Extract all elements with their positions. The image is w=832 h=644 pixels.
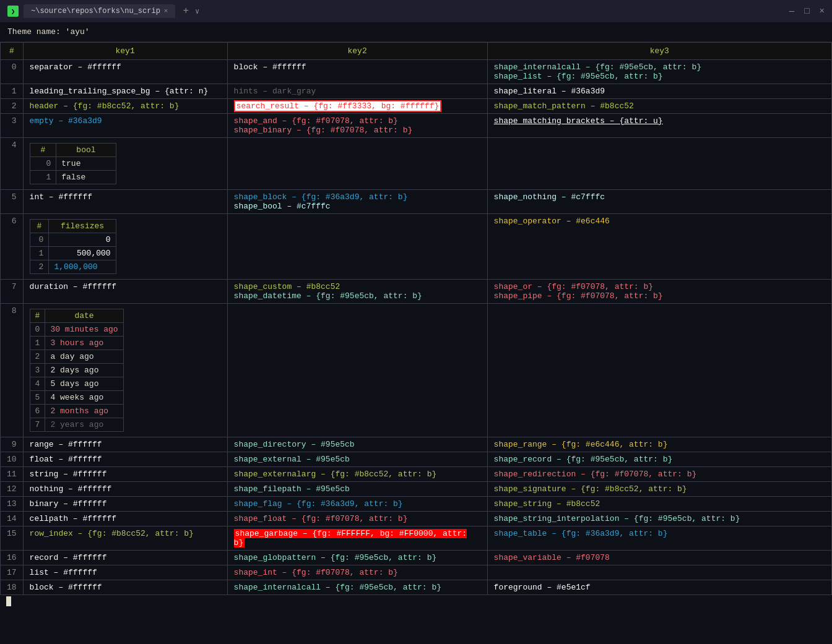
terminal-icon: ❯ xyxy=(7,6,19,17)
row-12-key3: shape_signature – {fg: #b8cc52, attr: b} xyxy=(487,482,831,497)
terminal-cursor xyxy=(6,596,11,606)
row-3-key1: empty – #36a3d9 xyxy=(23,114,227,138)
row-15-key3: shape_table – {fg: #36a3d9, attr: b} xyxy=(487,526,831,551)
row-num-13: 13 xyxy=(1,497,24,512)
tab-dropdown-button[interactable]: ∨ xyxy=(195,7,199,16)
row-num-14: 14 xyxy=(1,512,24,526)
tab-close-button[interactable]: × xyxy=(164,7,168,15)
row-num-4: 4 xyxy=(1,138,24,190)
restore-button[interactable]: □ xyxy=(804,6,809,16)
table-row: 9 range – #ffffff shape_directory – #95e… xyxy=(1,437,832,452)
mini-row-0-val: 0 xyxy=(49,233,116,247)
row-17-key1: list – #ffffff xyxy=(23,565,227,580)
row-num-12: 12 xyxy=(1,482,24,497)
row-6-key1: # filesizes 0 0 1 500,000 xyxy=(23,214,227,280)
mini-row-1-num: 1 xyxy=(30,337,45,350)
mini-col-date: date xyxy=(45,309,123,323)
row-16-key3: shape_variable – #f07078 xyxy=(487,551,831,565)
row-num-15: 15 xyxy=(1,526,24,551)
mini-row-0-date: 30 minutes ago xyxy=(45,323,123,337)
row-num-0: 0 xyxy=(1,60,24,84)
row-5-key3: shape_nothing – #c7fffc xyxy=(487,190,831,214)
row-num-16: 16 xyxy=(1,551,24,565)
mini-table-row: 0 30 minutes ago xyxy=(30,323,123,337)
mini-table-row: 4 5 days ago xyxy=(30,377,123,391)
row-1-key2: hints – dark_gray xyxy=(227,84,487,99)
row-10-key3: shape_record – {fg: #95e5cb, attr: b} xyxy=(487,452,831,467)
row-15-key1: row_index – {fg: #b8cc52, attr: b} xyxy=(23,526,227,551)
row-7-key2: shape_custom – #b8cc52 shape_datetime – … xyxy=(227,280,487,304)
row-8-key2 xyxy=(227,304,487,437)
row-11-key3: shape_redirection – {fg: #f07078, attr: … xyxy=(487,467,831,482)
mini-row-7-num: 7 xyxy=(30,418,45,432)
mini-col-filesizes: filesizes xyxy=(49,220,116,233)
content-area[interactable]: # key1 key2 key3 0 separator – #ffffff b… xyxy=(0,42,832,643)
row-num-1: 1 xyxy=(1,84,24,99)
table-row: 8 # date 0 30 minutes ago xyxy=(1,304,832,437)
row-12-key2: shape_filepath – #95e5cb xyxy=(227,482,487,497)
row-8-key1: # date 0 30 minutes ago 1 3 hours xyxy=(23,304,227,437)
row-13-key1: binary – #ffffff xyxy=(23,497,227,512)
mini-table-row: 5 4 weeks ago xyxy=(30,391,123,405)
row-6-key2 xyxy=(227,214,487,280)
table-row: 17 list – #ffffff shape_int – {fg: #f070… xyxy=(1,565,832,580)
col-header-key2: key2 xyxy=(227,43,487,60)
terminal-icon-symbol: ❯ xyxy=(11,7,15,15)
table-row: 2 header – {fg: #b8cc52, attr: b} search… xyxy=(1,99,832,114)
mini-table-row: 1 false xyxy=(30,171,116,184)
row-num-2: 2 xyxy=(1,99,24,114)
mini-col-hash: # xyxy=(30,220,49,233)
cursor-line xyxy=(0,595,832,608)
table-row: 4 # bool 0 true xyxy=(1,138,832,190)
mini-row-2-val: 1,000,000 xyxy=(49,260,116,274)
row-13-key3: shape_string – #b8cc52 xyxy=(487,497,831,512)
date-mini-table: # date 0 30 minutes ago 1 3 hours xyxy=(30,309,124,432)
mini-row-1-val: 500,000 xyxy=(49,247,116,260)
row-17-key3 xyxy=(487,565,831,580)
window-controls: — □ × xyxy=(789,6,825,16)
mini-row-4-date: 5 days ago xyxy=(45,377,123,391)
row-1-key1: leading_trailing_space_bg – {attr: n} xyxy=(23,84,227,99)
search-result-highlight: search_result – {fg: #ff3333, bg: #fffff… xyxy=(234,100,442,112)
row-num-11: 11 xyxy=(1,467,24,482)
new-tab-button[interactable]: + xyxy=(183,6,189,17)
mini-row-1-num: 1 xyxy=(30,171,56,184)
table-row: 7 duration – #ffffff shape_custom – #b8c… xyxy=(1,280,832,304)
table-row: 1 leading_trailing_space_bg – {attr: n} … xyxy=(1,84,832,99)
mini-col-hash: # xyxy=(30,144,56,157)
titlebar: ❯ ~\source\repos\forks\nu_scrip × + ∨ — … xyxy=(0,0,832,22)
table-row: 15 row_index – {fg: #b8cc52, attr: b} sh… xyxy=(1,526,832,551)
row-4-key1: # bool 0 true 1 false xyxy=(23,138,227,190)
main-table: # key1 key2 key3 0 separator – #ffffff b… xyxy=(0,42,832,595)
bool-mini-table: # bool 0 true 1 false xyxy=(30,143,116,184)
row-6-key3: shape_operator – #e6c446 xyxy=(487,214,831,280)
table-row: 14 cellpath – #ffffff shape_float – {fg:… xyxy=(1,512,832,526)
row-2-key2: search_result – {fg: #ff3333, bg: #fffff… xyxy=(227,99,487,114)
close-button[interactable]: × xyxy=(820,6,825,16)
minimize-button[interactable]: — xyxy=(789,6,794,16)
mini-row-2-num: 2 xyxy=(30,350,45,364)
row-num-8: 8 xyxy=(1,304,24,437)
active-tab[interactable]: ~\source\repos\forks\nu_scrip × xyxy=(24,4,175,18)
mini-col-bool: bool xyxy=(56,144,116,157)
table-row: 11 string – #ffffff shape_externalarg – … xyxy=(1,467,832,482)
mini-row-4-num: 4 xyxy=(30,377,45,391)
mini-row-2-num: 2 xyxy=(30,260,49,274)
row-10-key2: shape_external – #95e5cb xyxy=(227,452,487,467)
mini-row-0-num: 0 xyxy=(30,323,45,337)
mini-table-row: 7 2 years ago xyxy=(30,418,123,432)
theme-name-text: Theme name: 'ayu' xyxy=(7,27,90,36)
row-num-17: 17 xyxy=(1,565,24,580)
row-18-key1: block – #ffffff xyxy=(23,580,227,595)
row-num-7: 7 xyxy=(1,280,24,304)
row-0-key1: separator – #ffffff xyxy=(23,60,227,84)
row-num-6: 6 xyxy=(1,214,24,280)
mini-row-1-date: 3 hours ago xyxy=(45,337,123,350)
row-0-key2: block – #ffffff xyxy=(227,60,487,84)
table-row: 12 nothing – #ffffff shape_filepath – #9… xyxy=(1,482,832,497)
row-num-3: 3 xyxy=(1,114,24,138)
row-7-key1: duration – #ffffff xyxy=(23,280,227,304)
mini-row-1-num: 1 xyxy=(30,247,49,260)
row-5-key2: shape_block – {fg: #36a3d9, attr: b} sha… xyxy=(227,190,487,214)
mini-row-3-date: 2 days ago xyxy=(45,364,123,377)
